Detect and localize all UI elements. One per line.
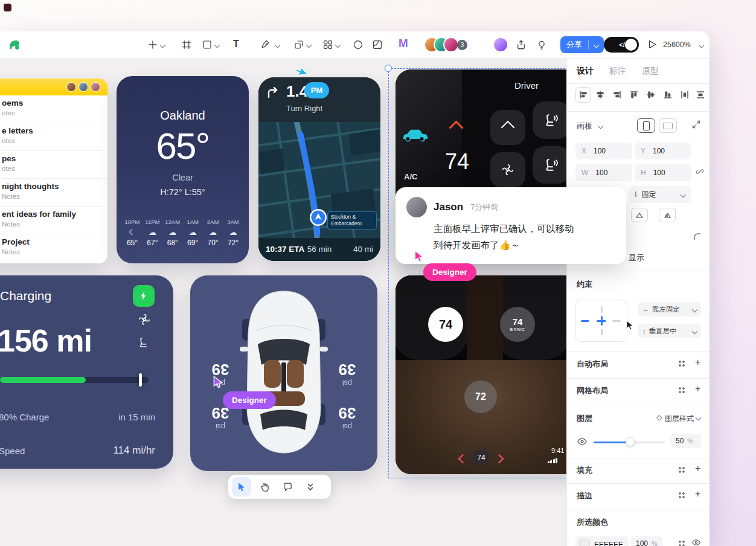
color-opacity-input[interactable]: 100 % <box>631 536 662 546</box>
collaborator-count-badge[interactable]: 3 <box>457 40 467 50</box>
height-input[interactable]: H100 <box>635 164 691 181</box>
design-canvas[interactable]: oems otes e letters otes pes otes night … <box>0 58 566 546</box>
color-style-icon[interactable] <box>678 540 685 546</box>
climate-fan-button[interactable] <box>490 152 525 187</box>
artboard-label[interactable]: 画板 <box>577 121 592 132</box>
notes-app-card[interactable]: oems otes e letters otes pes otes night … <box>0 79 107 263</box>
x-position-input[interactable]: X100 <box>575 143 632 159</box>
seat-temp-left[interactable]: 74 <box>428 307 463 342</box>
layer-style-icon[interactable]: ◇ <box>656 413 662 422</box>
align-right-button[interactable] <box>609 87 625 103</box>
comment-tool-button[interactable] <box>278 477 297 496</box>
note-list-item[interactable]: night thoughts Notes <box>0 179 107 207</box>
vertical-constraint-select[interactable]: ↕ 垂直居中 <box>638 324 701 338</box>
rear-seats-card[interactable]: 74 74 SYNC 72 74 9:41 <box>396 275 566 474</box>
current-user-avatar[interactable] <box>493 37 508 53</box>
distribute-v-button[interactable] <box>693 87 708 103</box>
artboard-chevron-icon[interactable] <box>598 123 604 129</box>
tire-pressure-card[interactable]: psi 39 psi 39 psi 39 psi 39 De <box>190 275 377 471</box>
width-input[interactable]: W100 <box>575 164 632 181</box>
opacity-input[interactable]: 50 % <box>671 434 701 448</box>
rotate-button[interactable] <box>631 208 648 222</box>
stroke-add-icon[interactable]: + <box>695 489 700 499</box>
zoom-level[interactable]: 25600% <box>663 40 691 49</box>
dev-mode-knob[interactable] <box>625 39 637 51</box>
plugin-tool-button[interactable] <box>322 39 333 50</box>
shape-tool-button[interactable] <box>202 39 213 50</box>
comment-author-avatar[interactable] <box>406 197 427 217</box>
mask-tool-button[interactable] <box>372 39 383 50</box>
insert-tool-chevron-icon[interactable] <box>160 42 166 48</box>
align-bottom-button[interactable] <box>660 87 676 103</box>
align-top-button[interactable] <box>626 87 642 103</box>
text-tool-button[interactable]: T <box>233 39 239 50</box>
orientation-portrait-button[interactable] <box>637 118 655 133</box>
charge-progress-handle[interactable] <box>139 373 142 387</box>
distribute-h-button[interactable] <box>677 87 693 103</box>
weather-app-card[interactable]: Oakland 65° Clear H:72° L:55° 10PM ☾ 65°… <box>117 76 249 263</box>
align-h-center-button[interactable] <box>592 87 608 103</box>
show-label[interactable]: 显示 <box>629 252 644 263</box>
navigation-app-card[interactable]: Stockton & Embarcadero 1.4 Turn Right 10… <box>258 77 380 261</box>
align-v-center-button[interactable] <box>643 87 659 103</box>
seat-temp-right-sync[interactable]: 74 SYNC <box>500 307 535 342</box>
frame-tool-button[interactable] <box>181 39 192 50</box>
color-swatch[interactable] <box>579 539 590 546</box>
note-list-item[interactable]: Project Notes <box>0 234 107 262</box>
corner-radius-icon[interactable] <box>693 232 702 244</box>
select-tool-button[interactable] <box>232 477 251 496</box>
present-play-button[interactable] <box>646 39 658 50</box>
component-tool-chevron-icon[interactable] <box>306 42 312 48</box>
seat-temp-rear[interactable]: 72 <box>464 381 497 413</box>
constraints-widget[interactable] <box>575 300 627 342</box>
seat-vent-button[interactable] <box>533 101 566 139</box>
opacity-slider-handle[interactable] <box>626 437 635 446</box>
height-fixed-select[interactable]: Ⅰ 固定 <box>629 186 691 203</box>
collapse-toolbar-button[interactable] <box>307 483 314 491</box>
auto-layout-add-icon[interactable]: + <box>695 358 700 367</box>
layer-visibility-eye-icon[interactable] <box>577 436 588 449</box>
shape-tool-chevron-icon[interactable] <box>214 42 220 48</box>
idea-bulb-icon[interactable] <box>536 39 547 50</box>
pen-tool-button[interactable] <box>261 39 272 50</box>
auto-layout-style-icon[interactable] <box>678 360 685 367</box>
align-left-button[interactable] <box>575 87 591 103</box>
insert-tool-button[interactable] <box>147 39 158 50</box>
ellipse-tool-button[interactable] <box>353 39 364 50</box>
plugin-tool-chevron-icon[interactable] <box>335 42 341 48</box>
comment-popup[interactable]: Jason 7分钟前 主面板早上评审已确认，可以移动 到待开发画布了👍～ <box>396 187 626 264</box>
orientation-landscape-button[interactable] <box>659 118 677 133</box>
flip-button[interactable] <box>659 208 676 222</box>
expand-panel-icon[interactable] <box>691 120 701 132</box>
climate-up-button[interactable] <box>490 110 525 145</box>
grid-layout-style-icon[interactable] <box>678 387 685 394</box>
layer-style-chevron-icon[interactable] <box>696 415 702 421</box>
export-icon[interactable] <box>516 39 527 50</box>
horizontal-constraint-select[interactable]: ↔ 靠左固定 <box>638 302 701 316</box>
dev-mode-toggle[interactable]: </> <box>604 37 639 53</box>
pen-tool-chevron-icon[interactable] <box>275 42 281 48</box>
seat-vent-button[interactable] <box>533 146 566 184</box>
stroke-style-icon[interactable] <box>678 492 685 499</box>
note-list-item[interactable]: pes otes <box>0 151 107 179</box>
note-list-item[interactable]: oems otes <box>0 95 107 123</box>
hand-tool-button[interactable] <box>255 477 274 496</box>
note-list-item[interactable]: ent ideas for family Notes <box>0 207 107 234</box>
grid-layout-add-icon[interactable]: + <box>695 384 700 394</box>
color-visibility-eye-icon[interactable] <box>691 538 701 546</box>
tab-annotate[interactable]: 标注 <box>609 66 626 77</box>
app-logo-icon[interactable] <box>7 37 22 52</box>
zoom-chevron-icon[interactable] <box>699 42 705 48</box>
share-chevron-icon[interactable] <box>589 43 604 47</box>
share-button[interactable]: 分享 <box>560 36 604 53</box>
component-tool-button[interactable] <box>293 39 304 50</box>
selection-handle[interactable] <box>385 65 392 72</box>
plugin-m-logo[interactable]: M <box>399 37 408 50</box>
tab-design[interactable]: 设计 <box>577 66 594 77</box>
tab-prototype[interactable]: 原型 <box>642 66 659 77</box>
note-list-item[interactable]: e letters otes <box>0 123 107 151</box>
fill-style-icon[interactable] <box>678 466 685 474</box>
color-swatch-input[interactable]: EEEEEE <box>575 536 629 546</box>
link-dimensions-icon[interactable] <box>695 167 705 179</box>
y-position-input[interactable]: Y100 <box>635 143 691 159</box>
